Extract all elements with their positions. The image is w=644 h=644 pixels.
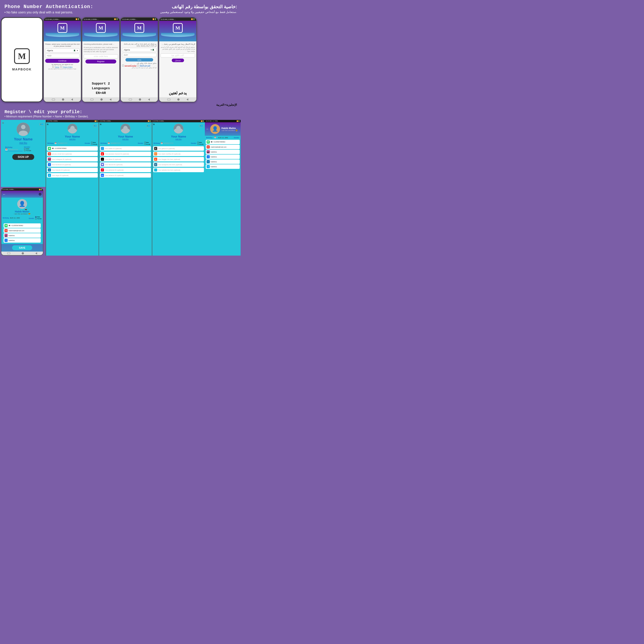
terms-checkbox[interactable] [52, 66, 54, 68]
behance-placeholder2[interactable]: Your behance ID (optional) [105, 175, 150, 176]
blogger-placeholder3[interactable]: Your blogger link here (optional) [158, 159, 203, 160]
nav-home4[interactable] [177, 98, 180, 101]
profile-name-main: Your Name [14, 137, 32, 141]
ar-terms-link[interactable]: الشروط والأحكام [140, 65, 150, 66]
add-bio3[interactable]: Add Bio [175, 138, 182, 140]
birthday-input-main[interactable]: 📅 MO/DD/YYYY [5, 148, 23, 151]
follow-btn[interactable]: متابعة [125, 58, 153, 61]
logo-box2: M [96, 23, 106, 33]
facebook-row1: f Your facebook ID (optional) [47, 162, 98, 167]
country-select3[interactable]: 🇩🇿 ▾ Algeria [122, 48, 157, 52]
gear-icon-mini[interactable]: ⚙ [38, 192, 42, 196]
add-bio1[interactable]: Add Bio [69, 138, 76, 140]
mini-radio-male[interactable] [35, 216, 37, 218]
translate-btn1[interactable]: A🌐 [93, 125, 98, 127]
radio-female-main[interactable] [24, 150, 25, 151]
mini-phone-val[interactable]: ☎ +2135558785862 [8, 225, 40, 227]
statusbar4: 12:23 AM | 0.0KB/s ... 📶🔋 [159, 18, 196, 21]
phone-input1[interactable]: +213 [45, 54, 80, 58]
back-arrow-mini[interactable]: ← [3, 193, 6, 196]
ar-code-input[interactable]: أكتب الكود هنا [161, 53, 195, 57]
phone-input3[interactable]: +213 [122, 53, 157, 57]
habib-facebook-val[interactable]: habib0ss [211, 156, 239, 158]
nav-back3[interactable] [148, 98, 150, 101]
ar-register-btn[interactable]: تسجيل [172, 59, 184, 62]
camera-icon-mini[interactable]: 📷 [25, 208, 27, 210]
nav-back[interactable] [71, 98, 73, 101]
wordpress-placeholder3[interactable]: Your wordpress link here (optional) [158, 164, 203, 165]
mini-radio-female[interactable] [35, 218, 37, 220]
gender-male-main[interactable]: Male [24, 148, 41, 150]
skype-placeholder1[interactable]: Your skype ID (optional) [52, 175, 97, 176]
pinterest-placeholder2[interactable]: Your pinterest ID (optional) [105, 169, 150, 171]
code-input[interactable]: enter code here [84, 54, 118, 58]
youtube-icon2: ▶ [101, 152, 104, 155]
avatar-main [17, 123, 30, 136]
gender-female-main[interactable]: Female [24, 150, 41, 151]
nav-home3[interactable] [139, 98, 141, 101]
nav-back2[interactable] [110, 98, 111, 101]
terms-link[interactable]: Terms [55, 66, 59, 68]
translate-btn-main[interactable]: A🌐 [39, 123, 44, 126]
email-icon1: ✉ [48, 152, 51, 155]
country-select1[interactable]: Algeria 🇩🇿 ▾ [45, 49, 80, 53]
nav-rect3[interactable] [129, 99, 132, 100]
privacy-link[interactable]: Privacy Policy [63, 66, 73, 68]
nav-home2[interactable] [100, 98, 103, 101]
add-bio-main[interactable]: Add Bio [19, 142, 27, 144]
nav-home[interactable] [62, 98, 64, 101]
radio-male-main[interactable] [24, 148, 25, 150]
translate-icon1: A🌐 [93, 123, 98, 127]
mini-nav-home[interactable] [22, 252, 24, 254]
instagram-placeholder1[interactable]: Your Instagram ID (optional) [52, 159, 97, 160]
stackoverflow-placeholder3[interactable]: Your stack overflow ID (optional) [158, 153, 203, 155]
website-placeholder3[interactable]: Your website link here (optional) [158, 169, 203, 171]
habib-back-arrow[interactable]: ← [206, 127, 209, 131]
mini-facebook-val[interactable]: habib0ss [8, 240, 40, 241]
habib-phone-val[interactable]: ☎ +2135587985862 [211, 141, 239, 143]
nav-rect2[interactable] [90, 99, 93, 100]
add-bio2[interactable]: Add Bio [122, 138, 129, 140]
mini-nav-back[interactable] [35, 252, 37, 254]
habib-instagram-val[interactable]: habib0ss [211, 151, 239, 153]
phone-val1[interactable]: ☎ +2135558785862 [52, 148, 97, 149]
ar-privacy-link[interactable]: سياسة الخصوصية [125, 65, 136, 66]
habib-email-icon: ✉ [207, 145, 210, 148]
ar-terms-links: الشروط والأحكام سياسة الخصوصية [122, 65, 157, 66]
signup-btn[interactable]: SIGN UP [12, 154, 34, 160]
email-placeholder1[interactable]: put you email here (optional) [52, 153, 97, 155]
behance-icon2: Bé [101, 174, 104, 177]
mini-avatar: 👤 [17, 199, 27, 209]
linkedin-placeholder1[interactable]: Your linkedin ID (optional) [52, 169, 97, 171]
habib-email-val[interactable]: malimhabib@mail.com [211, 146, 239, 148]
birthday-section-main: Birthday 📅 MO/DD/YYYY [5, 146, 23, 151]
copy-icon2: ⧉ [100, 123, 101, 126]
habib-facebook-row: f habib0ss [206, 155, 240, 159]
tiktok-placeholder2[interactable]: Your tiktok ID (optional) [105, 159, 150, 160]
nav-rect4[interactable] [167, 99, 170, 100]
translate-btn3[interactable]: A🌐 [199, 125, 204, 127]
mini-email-val[interactable]: malimhabib@mail.com [8, 230, 40, 231]
facebook-placeholder1[interactable]: Your facebook ID (optional) [52, 164, 97, 165]
nav-back4[interactable] [186, 98, 188, 101]
copy-icon3: ⧉ [153, 123, 155, 126]
ar-terms-checkbox[interactable] [137, 65, 139, 66]
discord-placeholder2[interactable]: Your discord ID (optional) [105, 164, 150, 165]
habib-linkedin-val[interactable]: habib0ss [211, 161, 239, 163]
mini-instagram-val[interactable]: habib0ss [8, 235, 40, 236]
wordpress-icon3: W [154, 163, 157, 166]
ar-privacy-checkbox[interactable] [122, 65, 124, 66]
continue-btn[interactable]: Continue [45, 59, 80, 63]
mini-nav-rect[interactable] [7, 252, 10, 254]
youtube-placeholder2[interactable]: Your youtube channel ID (optional) [105, 153, 150, 155]
habib-instagram-row: 📷 habib0ss [206, 150, 240, 154]
nav-rect[interactable] [52, 99, 55, 100]
save-btn-mini[interactable]: SAVE [12, 245, 32, 250]
habib-skype-val[interactable]: habib0ss [211, 166, 239, 167]
privacy-checkbox[interactable] [60, 66, 62, 68]
translate-btn2[interactable]: A🌐 [146, 125, 151, 127]
app-header2: M [82, 21, 119, 41]
register-btn[interactable]: Register [85, 59, 117, 64]
github-placeholder3[interactable]: Your github ID (optional) [158, 148, 203, 149]
twitter-placeholder2[interactable]: Your twitter ID (optional) [105, 148, 150, 149]
